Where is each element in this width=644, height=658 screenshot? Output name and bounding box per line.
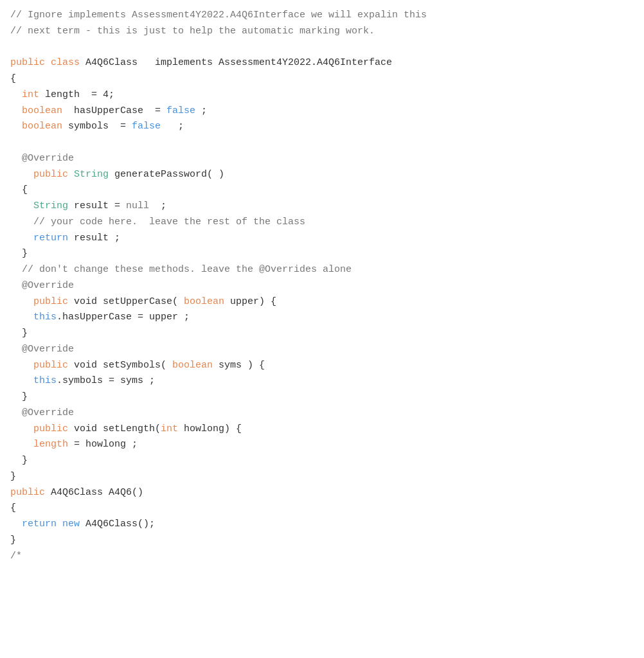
code-token: .symbols = syms ; xyxy=(57,375,155,386)
code-token: { xyxy=(22,184,28,195)
code-token xyxy=(10,407,22,418)
code-token xyxy=(10,360,33,371)
code-line: } xyxy=(10,533,634,549)
code-token: void setUpperCase( xyxy=(68,296,184,307)
code-token xyxy=(10,280,22,291)
code-token: @Override xyxy=(22,280,74,291)
code-line: { xyxy=(10,501,634,517)
code-token: @Override xyxy=(22,344,74,355)
code-token: boolean xyxy=(184,296,224,307)
code-token: null xyxy=(126,200,149,211)
code-token: symbols = xyxy=(62,121,132,132)
code-token xyxy=(10,375,33,386)
code-token xyxy=(10,121,22,132)
code-token xyxy=(10,296,33,307)
code-token: ; xyxy=(126,439,138,450)
code-token: howlong xyxy=(184,423,224,434)
code-line xyxy=(10,135,634,151)
code-token: int xyxy=(22,89,39,100)
code-token: this xyxy=(33,312,57,323)
code-token xyxy=(10,455,22,466)
code-line: @Override xyxy=(10,151,634,167)
code-token: ; xyxy=(195,105,207,116)
code-line: public void setLength(int howlong) { xyxy=(10,422,634,438)
code-token: @Override xyxy=(22,407,74,418)
code-line: return result ; xyxy=(10,231,634,247)
code-line: } xyxy=(10,469,634,485)
code-token: } xyxy=(10,471,16,482)
code-line: { xyxy=(10,182,634,199)
code-token xyxy=(45,57,51,68)
code-token: length xyxy=(33,439,68,450)
code-line: public class A4Q6Class implements Assess… xyxy=(10,55,634,71)
code-token: return xyxy=(33,233,68,244)
code-token: @Override xyxy=(22,153,74,164)
code-token: void setSymbols( xyxy=(68,360,172,371)
code-token: class xyxy=(51,57,80,68)
code-token: hasUpperCase = xyxy=(62,105,166,116)
code-token: boolean xyxy=(22,105,62,116)
code-token: int xyxy=(161,423,178,434)
code-token: } xyxy=(22,391,28,402)
code-token xyxy=(10,169,33,180)
code-token: // your code here. leave the rest of xyxy=(33,217,253,227)
code-token xyxy=(10,217,33,227)
code-token xyxy=(10,89,22,100)
code-line: { xyxy=(10,71,634,87)
code-token: = xyxy=(68,439,85,450)
code-line: public A4Q6Class A4Q6() xyxy=(10,485,634,501)
code-token: A4Q6Class A4Q6() xyxy=(45,487,143,498)
code-token: A4Q6Class implements Assessment4Y2022.A4… xyxy=(80,57,392,68)
code-token: class xyxy=(271,217,305,227)
code-token: upper) { xyxy=(224,296,276,307)
code-token xyxy=(10,423,33,434)
code-line: String result = null ; xyxy=(10,199,634,215)
code-line: // Ignore implements Assessment4Y2022.A4… xyxy=(10,8,634,24)
code-token: A4Q6Class(); xyxy=(80,519,155,529)
code-token xyxy=(10,248,22,259)
code-token xyxy=(10,344,22,355)
code-token: public xyxy=(33,423,68,434)
code-token: // Ignore implements Assessment4Y2022.A4… xyxy=(10,10,404,21)
code-token xyxy=(10,233,33,244)
code-line: public void setSymbols( boolean syms ) { xyxy=(10,358,634,374)
code-line: } xyxy=(10,326,634,342)
code-line xyxy=(10,40,634,56)
code-token xyxy=(68,169,74,180)
code-token xyxy=(10,391,22,402)
code-token xyxy=(178,423,184,434)
code-token: ; xyxy=(161,121,184,132)
code-token xyxy=(10,439,33,450)
code-token: String xyxy=(74,169,109,180)
code-token xyxy=(10,312,33,323)
code-line: length = howlong ; xyxy=(10,437,634,453)
code-token: .hasUpperCase = upper ; xyxy=(57,312,190,323)
code-token: result ; xyxy=(68,233,120,244)
code-token xyxy=(10,184,22,195)
code-token: public xyxy=(33,360,68,371)
code-token: } xyxy=(22,248,28,259)
code-token: } xyxy=(22,455,28,466)
code-line: } xyxy=(10,389,634,405)
code-line: // next term - this is just to help the … xyxy=(10,24,634,40)
code-line: int length = 4; xyxy=(10,87,634,103)
code-token xyxy=(57,519,62,529)
code-line: } xyxy=(10,246,634,262)
code-line: // don't change these methods. leave the… xyxy=(10,262,634,278)
code-token xyxy=(10,105,22,116)
code-token: public xyxy=(33,169,68,180)
code-line: /* xyxy=(10,549,634,565)
code-token: ; xyxy=(149,200,166,211)
code-token: false xyxy=(132,121,161,132)
code-line: @Override xyxy=(10,342,634,358)
code-token: void setLength( xyxy=(68,423,161,434)
code-token: is just to help the automatic marking wo… xyxy=(120,26,375,37)
code-token: this xyxy=(404,10,427,21)
code-token: false xyxy=(166,105,195,116)
code-token: { xyxy=(10,73,16,84)
code-token: length = 4; xyxy=(39,89,114,100)
code-token: boolean xyxy=(22,121,62,132)
code-line: this.symbols = syms ; xyxy=(10,373,634,389)
code-token: // next term - xyxy=(10,26,97,37)
code-token: public xyxy=(33,296,68,307)
